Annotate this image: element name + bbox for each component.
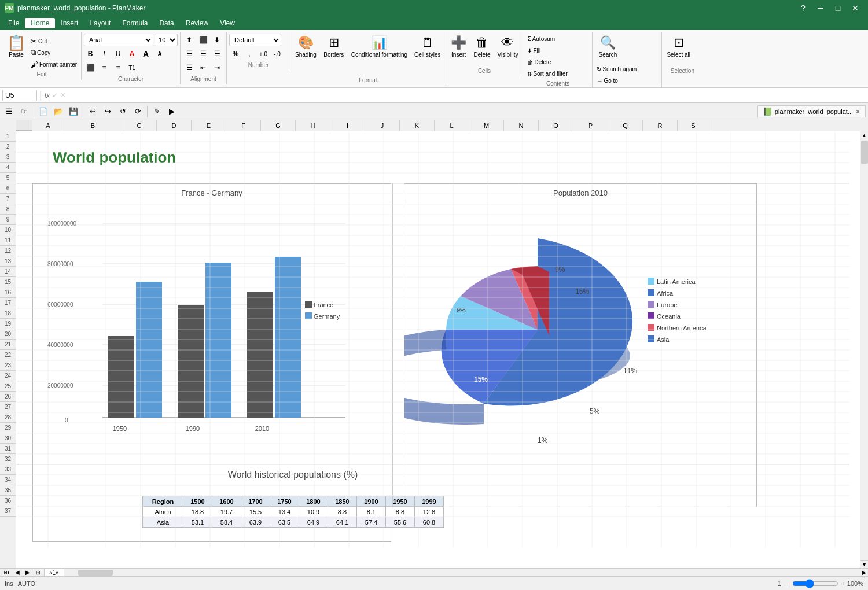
thousands-button[interactable]: ,: [243, 47, 256, 60]
center-align-button[interactable]: ☰: [197, 47, 209, 60]
zoom-in-btn[interactable]: +: [841, 580, 844, 587]
cell-reference-input[interactable]: [2, 90, 37, 101]
undo2-btn[interactable]: ↺: [116, 105, 130, 119]
menu-review[interactable]: Review: [180, 18, 214, 28]
col-header-O: O: [539, 120, 573, 131]
sheet-prev-btn[interactable]: ◀: [13, 569, 22, 576]
scroll-down-btn[interactable]: ▼: [860, 560, 869, 568]
cut-button[interactable]: ✂ Cut: [29, 36, 79, 46]
borders-button[interactable]: ⊞ Borders: [321, 34, 347, 66]
menu-home[interactable]: Home: [25, 18, 55, 28]
pointer-btn[interactable]: ☞: [17, 105, 31, 119]
scroll-thumb[interactable]: [861, 141, 868, 164]
save-btn[interactable]: 💾: [67, 105, 80, 119]
delete-cell-button[interactable]: 🗑 Delete: [472, 34, 493, 66]
maximize-btn[interactable]: □: [830, 0, 846, 16]
format-painter-button[interactable]: 🖌 Format painter: [29, 59, 79, 69]
draw-btn[interactable]: ✎: [150, 105, 164, 119]
go-to-button[interactable]: → Go to: [595, 75, 619, 86]
vertical-scrollbar[interactable]: ▲ ▼: [860, 131, 868, 568]
minimize-btn[interactable]: ─: [812, 0, 829, 16]
decimal-dec-button[interactable]: -.0: [271, 47, 284, 60]
rh-28: 28: [0, 412, 16, 423]
sheet-tab-menu-btn[interactable]: ⊞: [34, 569, 43, 576]
conditional-formatting-button[interactable]: 📊 Conditional formatting: [349, 34, 410, 66]
sheet-first-btn[interactable]: ⏮: [2, 569, 12, 576]
decrease-size-button[interactable]: A: [153, 47, 166, 60]
visibility-button[interactable]: 👁 Visibility: [495, 34, 521, 66]
copy-button[interactable]: ⧉ Copy: [29, 47, 79, 58]
file-tab-close[interactable]: ✕: [855, 108, 860, 116]
justify-button[interactable]: ☰: [183, 61, 196, 74]
grid-body: 1 2 3 4 5 6 7 8 9 10 11 12 13 14 15 16 1…: [0, 131, 868, 568]
file-tab[interactable]: 📗 planmaker_world_populat... ✕: [757, 105, 866, 117]
font-color-button[interactable]: A: [126, 47, 138, 60]
delete-contents-button[interactable]: 🗑 Delete: [525, 57, 553, 67]
align-right-button[interactable]: ≡: [112, 61, 124, 74]
sort-filter-button[interactable]: ⇅ Sort and filter: [525, 68, 569, 79]
indent-dec-button[interactable]: ⇤: [197, 61, 209, 74]
chart2-title: Population 2010: [404, 184, 756, 202]
insert-button[interactable]: ➕ Insert: [448, 34, 469, 66]
font-size-select[interactable]: 10: [155, 34, 178, 46]
increase-size-button[interactable]: A: [139, 47, 152, 60]
fill-button[interactable]: ⬇ Fill: [525, 45, 542, 56]
menu-icon[interactable]: ☰: [2, 105, 16, 119]
t1-button[interactable]: T1: [126, 61, 138, 74]
close-btn[interactable]: ✕: [847, 0, 863, 16]
menu-view[interactable]: View: [214, 18, 241, 28]
number-format-select[interactable]: Default: [229, 34, 281, 46]
run-btn[interactable]: ▶: [165, 105, 179, 119]
svg-text:5%: 5%: [590, 407, 600, 415]
paste-button[interactable]: 📋 Paste: [5, 34, 28, 69]
redo2-btn[interactable]: ⟳: [131, 105, 145, 119]
quick-access-toolbar: ☰ ☞ 📄 📂 💾 ↩ ↪ ↺ ⟳ ✎ ▶ 📗 planmaker_world_…: [0, 103, 868, 120]
percent-button[interactable]: %: [229, 47, 242, 60]
bot-align-button[interactable]: ⬇: [211, 34, 223, 46]
scroll-up-btn[interactable]: ▲: [860, 131, 869, 139]
decimal-inc-button[interactable]: +.0: [257, 47, 270, 60]
menu-data[interactable]: Data: [153, 18, 179, 28]
underline-button[interactable]: U: [112, 47, 124, 60]
new-btn[interactable]: 📄: [36, 105, 50, 119]
chart2-container[interactable]: Population 2010: [404, 183, 757, 507]
help-btn[interactable]: ?: [795, 0, 811, 16]
sheet-next-btn[interactable]: ▶: [23, 569, 32, 576]
mid-align-button[interactable]: ⬛: [197, 34, 209, 46]
italic-button[interactable]: I: [98, 47, 111, 60]
sheet-tab-1[interactable]: «1»: [44, 569, 64, 577]
font-family-select[interactable]: Arial: [84, 34, 153, 46]
cell-styles-button[interactable]: 🗒 Cell styles: [412, 34, 443, 66]
rh-2: 2: [0, 142, 16, 152]
align-left-button[interactable]: ⬛: [84, 61, 97, 74]
right-align-button[interactable]: ☰: [211, 47, 223, 60]
horizontal-scrollbar[interactable]: ⏮ ◀ ▶ ⊞ «1» ▶: [0, 568, 868, 576]
chart1-container[interactable]: France - Germany 100000000 80000000 6000…: [32, 183, 391, 542]
bold-button[interactable]: B: [84, 47, 97, 60]
menu-file[interactable]: File: [2, 18, 25, 28]
top-align-button[interactable]: ⬆: [183, 34, 196, 46]
undo-btn[interactable]: ↩: [86, 105, 100, 119]
redo-btn[interactable]: ↪: [101, 105, 115, 119]
menu-layout[interactable]: Layout: [84, 18, 116, 28]
window-controls[interactable]: ? ─ □ ✕: [795, 0, 863, 16]
left-align-button[interactable]: ☰: [183, 47, 196, 60]
select-all-button[interactable]: ⊡ Select all: [664, 34, 693, 66]
zoom-out-btn[interactable]: ─: [786, 580, 790, 587]
formula-input[interactable]: [68, 91, 866, 99]
indent-inc-button[interactable]: ⇥: [211, 61, 223, 74]
menu-formula[interactable]: Formula: [116, 18, 153, 28]
spreadsheet-content[interactable]: World population France - Germany 100000…: [16, 131, 860, 568]
open-btn[interactable]: 📂: [52, 105, 65, 119]
shading-button[interactable]: 🎨 Shading: [293, 34, 319, 66]
h-scroll-right-btn[interactable]: ▶: [860, 569, 868, 577]
h-scroll-thumb[interactable]: [78, 570, 113, 576]
search-group: 🔍 Search ↻ Search again → Go to Search: [593, 32, 662, 88]
menu-insert[interactable]: Insert: [55, 18, 84, 28]
search-again-button[interactable]: ↻ Search again: [595, 64, 638, 74]
svg-text:Northern America: Northern America: [657, 325, 707, 331]
zoom-slider[interactable]: [792, 579, 838, 588]
align-center-button[interactable]: ≡: [98, 61, 111, 74]
search-button[interactable]: 🔍 Search: [595, 34, 620, 62]
autosum-button[interactable]: Σ Autosum: [525, 34, 557, 44]
